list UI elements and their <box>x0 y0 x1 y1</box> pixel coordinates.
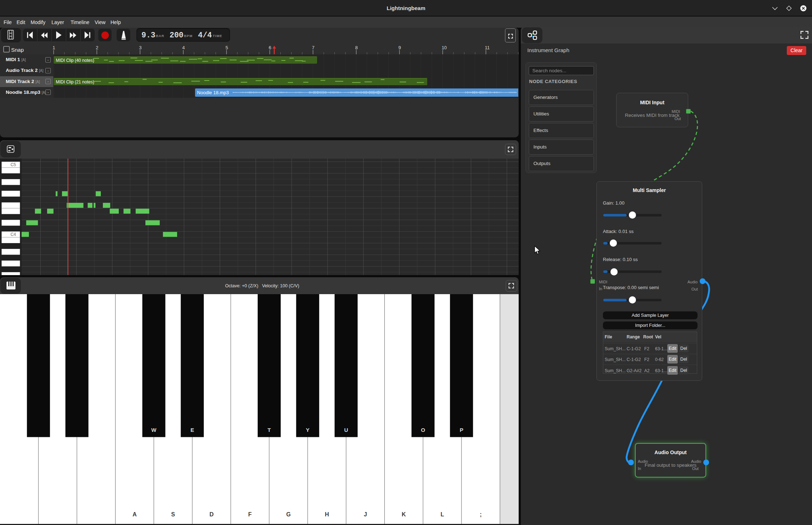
svg-text:T: T <box>267 427 271 433</box>
svg-text:3: 3 <box>139 45 141 50</box>
svg-text:L: L <box>441 511 444 517</box>
svg-text:7: 7 <box>312 45 315 50</box>
svg-text:1: 1 <box>53 45 55 50</box>
svg-text:2: 2 <box>96 45 98 50</box>
svg-text:S: S <box>171 511 175 517</box>
svg-text:G: G <box>286 511 290 517</box>
svg-text:11: 11 <box>485 45 490 50</box>
svg-text:4: 4 <box>182 45 185 50</box>
svg-text:K: K <box>402 511 406 517</box>
svg-text:F: F <box>248 511 252 517</box>
svg-text:E: E <box>190 427 194 433</box>
svg-text:;: ; <box>480 511 482 517</box>
svg-text:A: A <box>132 511 137 517</box>
svg-text:U: U <box>344 427 348 433</box>
svg-text:Y: Y <box>306 427 310 433</box>
svg-text:9: 9 <box>398 45 401 50</box>
svg-text:C5: C5 <box>10 162 16 167</box>
svg-text:10: 10 <box>442 45 447 50</box>
svg-text:6: 6 <box>269 45 271 50</box>
svg-text:5: 5 <box>225 45 228 50</box>
svg-text:O: O <box>421 427 425 433</box>
svg-text:8: 8 <box>355 45 358 50</box>
svg-text:D: D <box>209 511 214 517</box>
svg-text:J: J <box>364 511 367 517</box>
svg-text:P: P <box>460 427 463 433</box>
svg-text:C4: C4 <box>10 232 16 237</box>
svg-text:H: H <box>325 511 329 517</box>
svg-text:W: W <box>151 427 157 433</box>
